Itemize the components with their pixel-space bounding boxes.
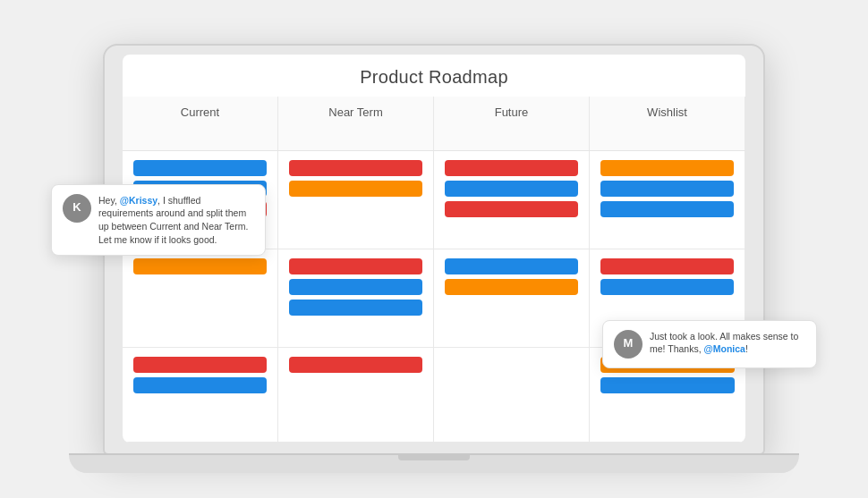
- bar: [133, 377, 267, 393]
- col-header-wishlist: Wishlist: [590, 97, 745, 151]
- col-header-current: Current: [123, 97, 278, 151]
- bar: [600, 160, 734, 176]
- cell-r1-c3: [434, 151, 590, 249]
- bar: [289, 300, 422, 316]
- bar: [133, 160, 267, 176]
- bar: [445, 160, 578, 176]
- bar: [600, 201, 734, 217]
- bar: [600, 181, 734, 197]
- bar: [289, 279, 422, 295]
- roadmap-table: Current Near Term Future Wishlist: [123, 97, 745, 443]
- col-header-future: Future: [434, 97, 590, 151]
- laptop-base: [69, 453, 799, 473]
- bar: [289, 181, 422, 197]
- bar: [600, 279, 734, 295]
- avatar-krissy: K: [63, 194, 91, 223]
- bar: [445, 258, 578, 274]
- bar: [289, 357, 422, 373]
- bar: [600, 377, 735, 393]
- comment-bubble-right: M Just took a look. All makes sense to m…: [602, 320, 817, 368]
- laptop-body: Product Roadmap Current Near Term Future…: [103, 44, 765, 455]
- comment-text-right: Just took a look. All makes sense to me!…: [650, 330, 805, 356]
- cell-r3-c1: [123, 348, 278, 442]
- bar: [289, 160, 422, 176]
- mention-krissy: @Krissy: [120, 195, 157, 206]
- mention-monica: @Monica: [704, 343, 745, 354]
- cell-r2-c1: [123, 249, 278, 348]
- bar: [445, 201, 578, 217]
- comment-bubble-left: K Hey, @Krissy, I shuffled requirements …: [51, 184, 266, 257]
- cell-r1-c2: [278, 151, 434, 249]
- bar: [600, 258, 734, 274]
- bar: [133, 258, 267, 274]
- cell-r3-c3: [434, 348, 590, 442]
- cell-r2-c3: [434, 249, 590, 348]
- bar: [445, 181, 578, 197]
- bar: [133, 357, 267, 373]
- cell-r1-c4: [590, 151, 745, 249]
- page-title: Product Roadmap: [123, 55, 745, 97]
- bar: [289, 258, 422, 274]
- avatar-monica: M: [614, 330, 642, 359]
- cell-r3-c2: [278, 348, 434, 442]
- laptop-wrapper: Product Roadmap Current Near Term Future…: [76, 21, 792, 477]
- bar: [445, 279, 578, 295]
- col-header-near-term: Near Term: [278, 97, 434, 151]
- cell-r2-c2: [278, 249, 434, 348]
- comment-text-left: Hey, @Krissy, I shuffled requirements ar…: [98, 194, 254, 247]
